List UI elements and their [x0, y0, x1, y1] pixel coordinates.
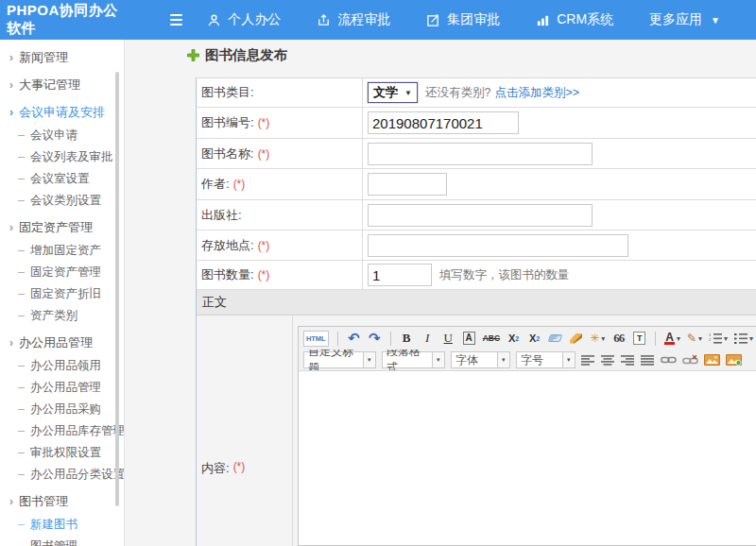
format-painter-button[interactable]: ✳▾ [590, 331, 605, 347]
hamburger-menu-icon[interactable] [170, 14, 182, 26]
ordered-list-button[interactable]: 12▾ [709, 331, 728, 347]
sidebar-item-supplies-inventory[interactable]: –办公用品库存管理 [0, 420, 124, 442]
sidebar-item-label: 图书管理 [30, 539, 77, 546]
category-select[interactable]: 文学 ▼ [368, 82, 418, 103]
superscript-button[interactable]: X2 [507, 331, 521, 347]
sidebar-item-fixed-assets[interactable]: ›固定资产管理 [0, 216, 124, 239]
field-label: 图书名称: [201, 145, 254, 162]
book-form: 图书类目: 文学 ▼ 还没有类别? 点击添加类别>> 图书编号:(*) 图书名称… [196, 77, 756, 546]
italic-button[interactable]: I [421, 331, 435, 347]
unordered-list-button[interactable]: ▾ [734, 331, 753, 347]
row-book-name: 图书名称:(*) [197, 139, 756, 169]
align-right-button[interactable] [621, 352, 635, 368]
broom-icon [570, 333, 582, 344]
align-justify-button[interactable] [641, 352, 655, 368]
dropdown-arrow-icon: ▾ [432, 352, 444, 367]
insert-link-button[interactable] [661, 352, 677, 368]
sidebar-item-book-management-2[interactable]: –图书管理 [0, 536, 124, 546]
insert-image-button[interactable] [704, 352, 720, 368]
quantity-hint: 填写数字，该图书的数量 [439, 267, 570, 283]
paragraph-format-dropdown[interactable]: 段落格式▾ [382, 351, 445, 368]
html-source-button[interactable]: HTML [303, 331, 329, 347]
redo-button[interactable]: ↷ [368, 331, 382, 347]
image-icon [704, 354, 720, 366]
sidebar-item-fixed-asset-management[interactable]: –固定资产管理 [0, 262, 124, 283]
dash-icon: – [18, 309, 25, 322]
sidebar-item-meeting-application[interactable]: ›会议申请及安排 [0, 101, 124, 124]
sidebar-item-office-supplies[interactable]: ›办公用品管理 [0, 332, 124, 354]
font-color-icon: A [664, 333, 675, 345]
remove-link-button[interactable] [682, 352, 698, 368]
app-logo: PHPOA协同办公软件 [7, 2, 118, 38]
required-mark: (*) [233, 460, 246, 473]
underline-button[interactable]: U [441, 331, 455, 347]
nav-process-approval[interactable]: 流程审批 [317, 11, 390, 28]
undo-button[interactable]: ↶ [347, 331, 361, 347]
nav-label: CRM系统 [557, 11, 613, 28]
add-category-link[interactable]: 点击添加类别>> [494, 85, 579, 101]
book-number-input[interactable] [368, 111, 519, 134]
insert-image-upload-button[interactable] [726, 352, 742, 368]
category-hint: 还没有类别? [425, 85, 490, 101]
align-right-icon [621, 355, 635, 366]
nav-label: 个人办公 [228, 11, 281, 28]
sidebar-item-asset-category[interactable]: –资产类别 [0, 305, 124, 327]
eraser-button[interactable] [548, 331, 562, 347]
subscript-button[interactable]: X2 [527, 331, 541, 347]
nav-group-approval[interactable]: 集团审批 [426, 11, 500, 28]
sidebar-item-supplies-management[interactable]: –办公用品管理 [0, 377, 124, 399]
sidebar-item-meeting-apply[interactable]: –会议申请 [0, 125, 124, 146]
align-center-button[interactable] [601, 352, 615, 368]
sidebar-item-add-fixed-asset[interactable]: –增加固定资产 [0, 240, 124, 262]
sidebar-item-fixed-asset-depreciation[interactable]: –固定资产折旧 [0, 283, 124, 305]
sidebar-item-label: 固定资产管理 [30, 265, 101, 279]
sidebar-item-meeting-list-approval[interactable]: –会议列表及审批 [0, 146, 124, 168]
sidebar-item-book-management[interactable]: ›图书管理 [0, 490, 124, 513]
field-label: 图书编号: [201, 114, 254, 131]
sidebar-item-meeting-room-settings[interactable]: –会议室设置 [0, 168, 124, 190]
font-family-dropdown[interactable]: 字体▾ [451, 351, 510, 368]
nav-label: 流程审批 [337, 11, 390, 28]
book-name-input[interactable] [368, 143, 593, 165]
font-color-button[interactable]: A▾ [664, 331, 680, 347]
dropdown-arrow-icon: ▾ [497, 352, 509, 367]
nav-personal-office[interactable]: 个人办公 [207, 11, 281, 28]
sidebar-item-new-book[interactable]: –新建图书 [0, 514, 124, 536]
strikethrough-button[interactable]: ABC [483, 331, 500, 347]
quantity-input[interactable] [368, 264, 432, 286]
nav-crm-system[interactable]: CRM系统 [536, 11, 613, 28]
highlight-color-button[interactable]: ✎▾ [687, 331, 702, 347]
sidebar-item-approval-permission-settings[interactable]: –审批权限设置 [0, 442, 124, 464]
sidebar-item-label: 资产类别 [30, 309, 77, 322]
font-style-button[interactable]: A [463, 332, 475, 345]
sidebar-item-supplies-claim[interactable]: –办公用品领用 [0, 355, 124, 377]
align-left-icon [581, 355, 595, 366]
required-mark: (*) [258, 147, 270, 161]
sidebar-item-supplies-category-settings[interactable]: –办公用品分类设置 [0, 464, 124, 486]
font-size-dropdown[interactable]: 字号▾ [516, 351, 576, 368]
author-input[interactable] [368, 173, 447, 196]
eraser-icon [548, 334, 563, 342]
bold-button[interactable]: B [400, 331, 414, 347]
custom-title-dropdown[interactable]: 自定义标题▾ [303, 351, 376, 368]
sidebar-item-supplies-purchase[interactable]: –办公用品采购 [0, 399, 124, 420]
dash-icon: – [18, 518, 25, 531]
dropdown-arrow-icon: ▾ [749, 334, 753, 343]
sidebar-item-events-management[interactable]: ›大事记管理 [0, 74, 124, 96]
row-publisher: 出版社: [197, 200, 756, 230]
group-approval-icon [426, 13, 440, 27]
location-input[interactable] [368, 234, 628, 257]
sidebar-item-label: 办公用品管理 [30, 381, 101, 394]
publisher-input[interactable] [368, 204, 593, 227]
sidebar-item-news-management[interactable]: ›新闻管理 [0, 46, 124, 69]
paste-text-button[interactable]: T [632, 331, 646, 347]
sidebar-scrollbar[interactable] [115, 72, 119, 506]
format-clean-button[interactable] [569, 331, 583, 347]
sidebar-item-label: 会议列表及审批 [30, 150, 113, 163]
body-section-header: 正文 [197, 290, 756, 316]
blockquote-button[interactable]: 66 [611, 331, 626, 347]
align-left-button[interactable] [581, 352, 595, 368]
editor-content[interactable] [299, 371, 756, 545]
sidebar-item-meeting-category-settings[interactable]: –会议类别设置 [0, 190, 124, 212]
nav-more-apps[interactable]: 更多应用 ▼ [649, 11, 720, 28]
